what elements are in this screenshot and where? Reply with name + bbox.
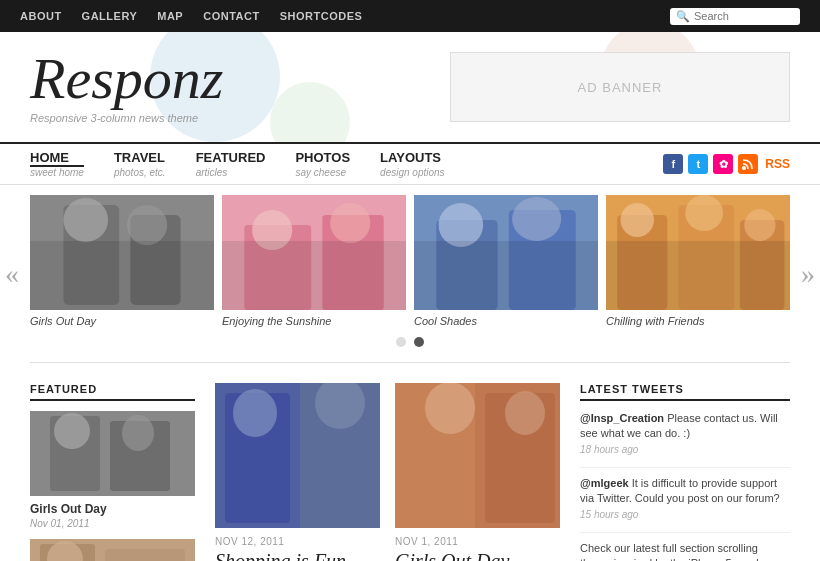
search-input[interactable] xyxy=(694,10,794,22)
bottom-section: FEATURED Girls Out Day Nov 01, 2011 xyxy=(0,363,820,561)
site-header: Responz Responsive 3-column news theme A… xyxy=(0,32,820,142)
nav-item-travel[interactable]: TRAVEL photos, etc. xyxy=(114,150,166,178)
search-icon: 🔍 xyxy=(676,10,690,23)
svg-point-35 xyxy=(233,389,277,437)
slider-prev-button[interactable]: « xyxy=(5,260,19,288)
tweet-2-text: @mlgeek It is difficult to provide suppo… xyxy=(580,476,790,507)
facebook-icon[interactable]: f xyxy=(663,154,683,174)
tweets-label: LATEST TWEETS xyxy=(580,383,790,401)
tweets-column: LATEST TWEETS @Insp_Creation Please cont… xyxy=(580,383,790,561)
slider-dot-1[interactable] xyxy=(396,337,406,347)
slide-image-4 xyxy=(606,195,790,310)
slider-dot-2[interactable] xyxy=(414,337,424,347)
tweet-1: @Insp_Creation Please contact us. Will s… xyxy=(580,411,790,455)
nav-item-featured[interactable]: FEATURED articles xyxy=(196,150,266,178)
svg-point-0 xyxy=(742,166,746,170)
nav-travel-sub: photos, etc. xyxy=(114,167,166,178)
slide-caption-4: Chilling with Friends xyxy=(606,315,790,327)
social-icons: f t ✿ RSS xyxy=(663,154,790,174)
nav-gallery[interactable]: GALLERY xyxy=(82,10,138,22)
svg-point-14 xyxy=(439,203,484,247)
svg-point-41 xyxy=(505,391,545,435)
slide-caption-1: Girls Out Day xyxy=(30,315,214,327)
twitter-icon[interactable]: t xyxy=(688,154,708,174)
svg-point-20 xyxy=(620,203,653,237)
svg-rect-30 xyxy=(105,549,185,561)
svg-point-26 xyxy=(54,413,90,449)
slide-image-2 xyxy=(222,195,406,310)
site-title: Responz xyxy=(30,50,223,108)
slide-1: Girls Out Day xyxy=(30,195,214,327)
slide-3: Cool Shades xyxy=(414,195,598,327)
nav-home-label[interactable]: HOME xyxy=(30,150,84,167)
nav-photos-sub: say cheese xyxy=(295,167,350,178)
svg-point-27 xyxy=(122,415,154,451)
featured-column: FEATURED Girls Out Day Nov 01, 2011 xyxy=(30,383,195,561)
nav-layouts-label[interactable]: LAYOUTS xyxy=(380,150,445,167)
slide-caption-2: Enjoying the Sunshine xyxy=(222,315,406,327)
featured-thumb-2 xyxy=(30,539,195,561)
nav-shortcodes[interactable]: SHORTCODES xyxy=(280,10,363,22)
featured-item-1-date: Nov 01, 2011 xyxy=(30,518,195,529)
svg-point-15 xyxy=(512,197,561,241)
rss-label[interactable]: RSS xyxy=(765,157,790,171)
article-image-1 xyxy=(215,383,380,528)
svg-point-40 xyxy=(425,383,475,434)
svg-point-22 xyxy=(744,209,775,241)
nav-item-photos[interactable]: PHOTOS say cheese xyxy=(295,150,350,178)
featured-item-1-title: Girls Out Day xyxy=(30,502,195,516)
slide-image-1 xyxy=(30,195,214,310)
nav-layouts-sub: design options xyxy=(380,167,445,178)
tweet-2: @mlgeek It is difficult to provide suppo… xyxy=(580,476,790,520)
svg-rect-6 xyxy=(222,195,406,310)
svg-point-4 xyxy=(63,198,108,242)
featured-thumb-1 xyxy=(30,411,195,496)
nav-home-sub: sweet home xyxy=(30,167,84,178)
svg-point-10 xyxy=(330,203,370,243)
slide-2: Enjoying the Sunshine xyxy=(222,195,406,327)
slider-section: « Girls Out Day xyxy=(0,185,820,362)
nav-featured-sub: articles xyxy=(196,167,266,178)
nav-featured-label[interactable]: FEATURED xyxy=(196,150,266,167)
svg-point-5 xyxy=(127,205,167,245)
nav-item-home[interactable]: HOME sweet home xyxy=(30,150,84,178)
article-2-title: Girls Out Day xyxy=(395,550,560,561)
slide-4: Chilling with Friends xyxy=(606,195,790,327)
search-box[interactable]: 🔍 xyxy=(670,8,800,25)
slider-dots xyxy=(30,327,790,362)
tweet-divider-2 xyxy=(580,532,790,533)
slide-image-3 xyxy=(414,195,598,310)
top-nav: ABOUT GALLERY MAP CONTACT SHORTCODES 🔍 xyxy=(0,0,820,32)
nav-item-layouts[interactable]: LAYOUTS design options xyxy=(380,150,445,178)
svg-point-21 xyxy=(685,195,723,231)
svg-point-9 xyxy=(252,210,292,250)
article-1-title: Shopping is Fun xyxy=(215,550,380,561)
nav-contact[interactable]: CONTACT xyxy=(203,10,259,22)
tweet-1-handle: @Insp_Creation xyxy=(580,412,664,424)
top-nav-links: ABOUT GALLERY MAP CONTACT SHORTCODES xyxy=(20,10,362,22)
article-2-date: NOV 1, 2011 xyxy=(395,536,560,547)
article-image-2 xyxy=(395,383,560,528)
article-1-date: NOV 12, 2011 xyxy=(215,536,380,547)
rss-icon[interactable] xyxy=(738,154,758,174)
flickr-icon[interactable]: ✿ xyxy=(713,154,733,174)
nav-travel-label[interactable]: TRAVEL xyxy=(114,150,166,167)
article-1: NOV 12, 2011 Shopping is Fun xyxy=(215,383,380,561)
ad-banner: AD BANNER xyxy=(450,52,790,122)
tweet-1-text: @Insp_Creation Please contact us. Will s… xyxy=(580,411,790,442)
nav-photos-label[interactable]: PHOTOS xyxy=(295,150,350,167)
nav-map[interactable]: MAP xyxy=(157,10,183,22)
tweet-2-time: 15 hours ago xyxy=(580,509,790,520)
svg-rect-1 xyxy=(30,195,214,310)
site-tagline: Responsive 3-column news theme xyxy=(30,112,223,124)
tweet-3: Check our latest full section scrolling … xyxy=(580,541,790,561)
slider-next-button[interactable]: » xyxy=(801,260,815,288)
slider-images: Girls Out Day Enjoying the Sunshine xyxy=(30,195,790,327)
secondary-nav: HOME sweet home TRAVEL photos, etc. FEAT… xyxy=(0,142,820,185)
articles-column: NOV 12, 2011 Shopping is Fun NOV 1, 2011… xyxy=(215,383,560,561)
tweet-1-time: 18 hours ago xyxy=(580,444,790,455)
featured-label: FEATURED xyxy=(30,383,195,401)
slide-caption-3: Cool Shades xyxy=(414,315,598,327)
article-2: NOV 1, 2011 Girls Out Day xyxy=(395,383,560,561)
nav-about[interactable]: ABOUT xyxy=(20,10,62,22)
